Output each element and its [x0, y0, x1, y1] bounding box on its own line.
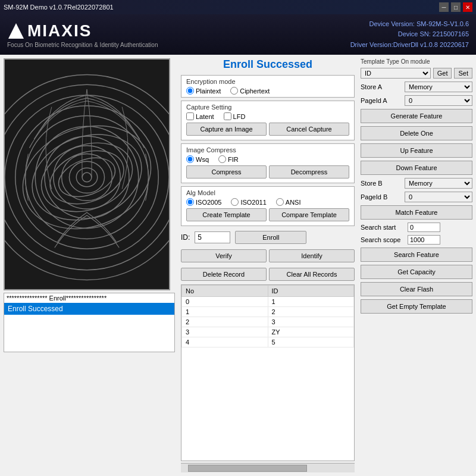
- down-feature-button[interactable]: Down Feature: [361, 161, 472, 175]
- delete-one-button[interactable]: Delete One: [361, 126, 472, 140]
- close-button[interactable]: ✕: [463, 2, 472, 12]
- logo-text: MIAXIS: [27, 21, 92, 40]
- search-start-input[interactable]: [408, 223, 440, 232]
- id-input[interactable]: [195, 231, 230, 243]
- iso2011-label: ISO2011: [240, 199, 266, 206]
- iso2005-radio[interactable]: ISO2005: [186, 198, 221, 206]
- table-row: 12: [182, 307, 354, 317]
- search-scope-input[interactable]: [408, 235, 440, 245]
- tagline: Focus On Biometric Recognition & Identit…: [7, 42, 158, 48]
- records-table: No ID 0112233ZY45: [181, 285, 354, 347]
- page-b-label: PageId B: [361, 193, 402, 201]
- records-table-container: No ID 0112233ZY45: [181, 284, 355, 461]
- table-row: 23: [182, 317, 354, 327]
- identify-button[interactable]: Identify: [269, 249, 355, 262]
- left-panel: **************** Enroll**************** …: [0, 55, 178, 476]
- search-start-row: Search start: [361, 223, 472, 232]
- compress-label: Image Compress: [186, 146, 349, 154]
- svg-rect-1: [5, 60, 169, 289]
- header-bar: MIAXIS Focus On Biometric Recognition & …: [0, 14, 476, 55]
- search-scope-label: Search scope: [361, 236, 405, 243]
- enroll-title: Enroll Successed: [181, 58, 355, 71]
- window-title: SM-92M Demo v1.0.7Rel2022072801: [4, 4, 114, 11]
- search-feature-button[interactable]: Search Feature: [361, 248, 472, 262]
- latent-checkbox[interactable]: Latent: [186, 112, 214, 120]
- logo-icon: [7, 22, 25, 40]
- generate-feature-button[interactable]: Generate Feature: [361, 109, 472, 123]
- iso2005-label: ISO2005: [196, 199, 221, 206]
- ciphertext-radio[interactable]: Ciphertext: [230, 87, 270, 95]
- compare-template-button[interactable]: Compare Template: [269, 208, 349, 221]
- log-stars: **************** Enroll****************: [4, 293, 174, 303]
- page-a-select[interactable]: 0: [405, 95, 472, 106]
- table-row: 45: [182, 337, 354, 347]
- center-panel: Enroll Successed Encryption mode Plainte…: [178, 55, 357, 476]
- store-a-select[interactable]: Memory: [405, 82, 472, 92]
- get-capacity-button[interactable]: Get Capacity: [361, 265, 472, 279]
- right-sidebar: Template Type On module ID Get Set Store…: [357, 55, 476, 476]
- table-header-id: ID: [268, 286, 354, 297]
- svg-marker-0: [8, 23, 24, 39]
- logo-area: MIAXIS Focus On Biometric Recognition & …: [7, 21, 158, 48]
- up-feature-button[interactable]: Up Feature: [361, 143, 472, 158]
- create-template-button[interactable]: Create Template: [186, 208, 267, 221]
- scrollbar-thumb[interactable]: [188, 465, 307, 472]
- iso2011-radio[interactable]: ISO2011: [231, 198, 266, 206]
- decompress-button[interactable]: Decompress: [269, 165, 349, 178]
- page-b-select[interactable]: 0: [405, 192, 472, 202]
- table-header-no: No: [182, 286, 268, 297]
- table-row: 01: [182, 297, 354, 307]
- store-b-select[interactable]: Memory: [405, 178, 472, 189]
- log-message: Enroll Successed: [4, 303, 174, 315]
- log-area: **************** Enroll**************** …: [4, 293, 175, 352]
- compress-button[interactable]: Compress: [186, 165, 267, 178]
- minimize-button[interactable]: ─: [439, 2, 449, 12]
- device-sn: Device SN: 2215007165: [350, 29, 469, 40]
- capture-section: Capture Setting Latent LFD Capture an Im…: [181, 101, 355, 140]
- ciphertext-label: Ciphertext: [240, 87, 270, 95]
- table-row: 3ZY: [182, 327, 354, 337]
- encryption-label: Encryption mode: [186, 78, 349, 85]
- template-type-select[interactable]: ID: [361, 68, 431, 79]
- plaintext-label: Plaintext: [196, 87, 221, 95]
- match-feature-button[interactable]: Match Feature: [361, 205, 472, 220]
- driver-version: Driver Version:DriverDll v1.0.8 20220617: [350, 40, 469, 51]
- title-bar: SM-92M Demo v1.0.7Rel2022072801 ─ □ ✕: [0, 0, 476, 14]
- device-info: Device Version: SM-92M-S-V1.0.6 Device S…: [350, 19, 469, 51]
- page-a-label: PageId A: [361, 97, 402, 104]
- scrollbar-bottom[interactable]: [181, 463, 355, 472]
- enroll-button[interactable]: Enroll: [235, 231, 306, 244]
- ansi-label: ANSI: [286, 199, 301, 206]
- wsq-label: Wsq: [196, 156, 209, 163]
- template-type-label: Template Type On module: [361, 58, 472, 65]
- get-empty-template-button[interactable]: Get Empty Template: [361, 299, 472, 314]
- maximize-button[interactable]: □: [451, 2, 461, 12]
- delete-record-button[interactable]: Delete Record: [181, 268, 267, 281]
- template-get-button[interactable]: Get: [433, 68, 452, 79]
- store-a-label: Store A: [361, 83, 402, 90]
- ansi-radio[interactable]: ANSI: [276, 198, 301, 206]
- device-version: Device Version: SM-92M-S-V1.0.6: [350, 19, 469, 30]
- clear-flash-button[interactable]: Clear Flash: [361, 282, 472, 296]
- encryption-section: Encryption mode Plaintext Ciphertext: [181, 75, 355, 98]
- wsq-radio[interactable]: Wsq: [186, 155, 209, 163]
- capture-label: Capture Setting: [186, 104, 349, 111]
- fir-radio[interactable]: FIR: [218, 155, 239, 163]
- fir-label: FIR: [228, 156, 239, 163]
- alg-section: Alg Model ISO2005 ISO2011 ANSI Create Te…: [181, 186, 355, 226]
- alg-label: Alg Model: [186, 189, 349, 196]
- search-scope-row: Search scope: [361, 235, 472, 245]
- compress-section: Image Compress Wsq FIR Compress Decompre…: [181, 143, 355, 183]
- lfd-checkbox[interactable]: LFD: [224, 112, 246, 120]
- fingerprint-svg: [5, 60, 169, 289]
- capture-image-button[interactable]: Capture an Image: [186, 123, 267, 136]
- id-label: ID:: [181, 233, 190, 242]
- search-start-label: Search start: [361, 224, 405, 231]
- verify-button[interactable]: Verify: [181, 249, 267, 262]
- clear-all-records-button[interactable]: Clear All Records: [269, 268, 355, 281]
- enroll-row: ID: Enroll: [181, 231, 355, 244]
- plaintext-radio[interactable]: Plaintext: [186, 87, 221, 95]
- store-b-label: Store B: [361, 180, 402, 187]
- template-set-button[interactable]: Set: [454, 68, 472, 79]
- cancel-capture-button[interactable]: Cancel Capture: [269, 123, 349, 136]
